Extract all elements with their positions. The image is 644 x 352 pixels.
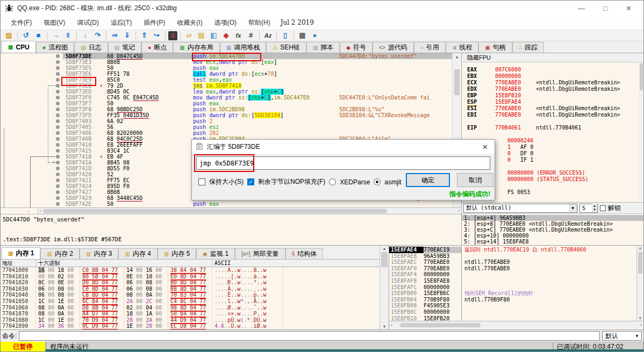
- stack-row[interactable]: 15E8FAE896A59BB3: [389, 253, 643, 260]
- registers-scrollbar[interactable]: [639, 62, 643, 201]
- ok-button[interactable]: 确定: [406, 173, 450, 187]
- globe-icon[interactable]: ●: [309, 31, 320, 40]
- breakpoint-dot[interactable]: [56, 131, 60, 135]
- scroll-left-arrow[interactable]: ‹: [391, 322, 392, 328]
- argument-row[interactable]: 5: [esp+14] 15E8FAE8: [462, 239, 643, 245]
- breakpoint-dot[interactable]: [56, 190, 60, 194]
- maximize-button[interactable]: □: [603, 4, 607, 12]
- breakpoint-gutter[interactable]: [1, 53, 63, 59]
- disasm-row[interactable]: 5D8F73F0C745 0C E047C45Dmov dword ptr ss…: [1, 95, 461, 100]
- stack-row[interactable]: 15E8FAF0770EABE0ntdll.770EABE0: [389, 265, 643, 272]
- breakpoint-gutter[interactable]: [1, 183, 63, 189]
- disasm-hscrollbar[interactable]: ↓ ‹›: [1, 207, 461, 214]
- breakpoint-dot[interactable]: [56, 54, 60, 58]
- pause-icon[interactable]: ‖: [62, 31, 74, 40]
- stack-row[interactable]: 15E8FAE4770EAC19返回到 ntdll.770EAC19 自 ntd…: [389, 247, 643, 253]
- dump-row[interactable]: 7704100016 00 18 00C0 8B 04 7714 00 16 0…: [1, 267, 380, 274]
- breakpoint-dot[interactable]: [56, 161, 60, 164]
- scylla-icon[interactable]: S: [168, 31, 177, 40]
- breakpoint-dot[interactable]: [56, 202, 60, 206]
- modules-icon[interactable]: ▯: [280, 31, 291, 40]
- breakpoint-gutter[interactable]: [1, 177, 63, 183]
- disasm-row[interactable]: 5D8F74036A 02push 2: [1, 118, 461, 124]
- breakpoint-dot[interactable]: [56, 143, 60, 147]
- disasm-row[interactable]: 5D8F742E50push eax: [1, 201, 461, 207]
- cancel-button[interactable]: 取消: [457, 173, 493, 187]
- command-input[interactable]: [19, 331, 600, 341]
- dump-vscrollbar[interactable]: ▲▼: [380, 246, 389, 329]
- disasm-row[interactable]: 5D8F73ED8D45 0Clea eax,dword ptr ss:[ebp…: [1, 89, 461, 95]
- step-over-icon[interactable]: ↷: [92, 31, 103, 40]
- breakpoint-gutter[interactable]: [1, 106, 63, 112]
- breakpoint-gutter[interactable]: [1, 112, 63, 118]
- convention-select[interactable]: 默认 (stdcall)▼: [463, 204, 577, 213]
- breakpoint-dot[interactable]: [56, 184, 60, 188]
- breakpoint-dot[interactable]: [56, 113, 60, 117]
- scroll-thumb[interactable]: [400, 323, 481, 327]
- menu-item[interactable]: 收藏夹(I): [171, 16, 208, 30]
- argument-row[interactable]: 4: [esp+10] 00000000: [462, 233, 643, 239]
- tab-断点[interactable]: ●断点: [141, 42, 173, 53]
- register-row-EBP[interactable]: EBP15E8FB10: [467, 92, 643, 99]
- functions-icon[interactable]: fx: [233, 31, 244, 40]
- disasm-row[interactable]: 5D8F73E6FF51 78call dword ptr ds:[ecx+78…: [1, 71, 461, 77]
- breakpoint-dot[interactable]: [56, 72, 60, 76]
- dump-tab-内存 1[interactable]: ▥内存 1: [2, 247, 40, 259]
- stack-row[interactable]: 15E8FB1015E8FB20: [389, 315, 643, 321]
- dump-row[interactable]: 7704106008 00 0A 00D8 8B 04 7702 00 04 0…: [1, 305, 380, 311]
- labels-icon[interactable]: ◧: [208, 31, 219, 40]
- breakpoint-dot[interactable]: [56, 137, 60, 141]
- tab-CPU[interactable]: ▦CPU: [2, 41, 36, 53]
- dump-tab-内存 3[interactable]: ▥内存 3: [80, 248, 118, 259]
- breakpoint-dot[interactable]: [56, 196, 60, 200]
- breakpoint-dot[interactable]: [56, 173, 60, 176]
- register-row-ESI[interactable]: ESI770EABE0<ntdll.DbgUiRemoteBreakin>: [467, 105, 643, 112]
- attach-icon[interactable]: ↪: [151, 31, 162, 40]
- stack-hscrollbar[interactable]: ‹›: [389, 321, 643, 328]
- disasm-row[interactable]: 5D8F73FDFF35 0481D35Dpush dword ptr ds:[…: [1, 112, 461, 118]
- stack-row[interactable]: 15E8FB08F45905E3: [389, 303, 643, 309]
- disasm-row[interactable]: 5D8F73F750push eax: [1, 100, 461, 106]
- breakpoint-gutter[interactable]: [1, 65, 63, 71]
- tab-内存布局[interactable]: ▦内存布局: [173, 42, 219, 53]
- menu-item[interactable]: 选项(O): [209, 16, 242, 30]
- breakpoint-gutter[interactable]: [1, 171, 63, 177]
- argument-row[interactable]: 1: [esp+4] 96A59BB3: [462, 215, 643, 221]
- disasm-row[interactable]: 5D8F740668 82020000push 282: [1, 130, 461, 136]
- argument-row[interactable]: 3: [esp+C] 770EABE0 <ntdll.DbgUiRemoteBr…: [462, 227, 643, 233]
- patch-icon[interactable]: ▱: [183, 31, 195, 40]
- menu-item[interactable]: 调试(D): [71, 16, 105, 30]
- breakpoint-gutter[interactable]: [1, 136, 63, 142]
- breakpoint-gutter[interactable]: [1, 59, 63, 65]
- register-row-EBX[interactable]: EBX00000000: [467, 73, 643, 80]
- breakpoint-dot[interactable]: [56, 102, 60, 105]
- nop-fill-checkbox[interactable]: ✓: [247, 178, 254, 185]
- scroll-up-arrow[interactable]: ▲: [380, 246, 389, 250]
- disasm-row[interactable]: 5D8F740556push esi: [1, 124, 461, 130]
- stack-row[interactable]: 15E8FAFC00000000: [389, 284, 643, 291]
- register-row-EIP[interactable]: EIP770B4061ntdll.770B4061: [467, 125, 643, 131]
- stack-row[interactable]: 15E8FAEC770EABE0ntdll.770EABE0: [389, 259, 643, 265]
- dialog-close-icon[interactable]: ✕: [482, 143, 490, 151]
- close-button[interactable]: ✕: [626, 4, 632, 12]
- dump-tab-局部变量[interactable]: [x=]局部变量: [235, 248, 285, 259]
- chevron-down-icon[interactable]: ▼: [635, 334, 641, 339]
- breakpoint-gutter[interactable]: [1, 148, 63, 154]
- breakpoint-dot[interactable]: [56, 178, 60, 182]
- hide-fpu-button[interactable]: 隐藏FPU: [462, 53, 643, 62]
- breakpoint-gutter[interactable]: [1, 71, 63, 77]
- tab-源代码[interactable]: <>源代码: [373, 42, 414, 53]
- tab-线程[interactable]: ⇉线程: [446, 42, 478, 53]
- tab-符号[interactable]: ◆符号: [340, 42, 373, 53]
- spinner-arrows[interactable]: ▲▼: [592, 204, 597, 212]
- breakpoint-gutter[interactable]: [1, 195, 63, 201]
- breakpoint-gutter[interactable]: [1, 201, 63, 207]
- tab-句柄[interactable]: ▣句柄: [478, 42, 512, 53]
- breakpoint-dot[interactable]: [56, 149, 60, 153]
- breakpoint-gutter[interactable]: [1, 118, 63, 124]
- breakpoint-gutter[interactable]: [1, 166, 63, 171]
- execute-till-return-icon[interactable]: ⇑: [139, 31, 150, 40]
- restart-icon[interactable]: ↺: [20, 31, 32, 40]
- dump-row[interactable]: 7704101000 00 02 0080 5B 04 770E 00 10 0…: [1, 274, 380, 280]
- hash-icon[interactable]: #: [245, 31, 256, 40]
